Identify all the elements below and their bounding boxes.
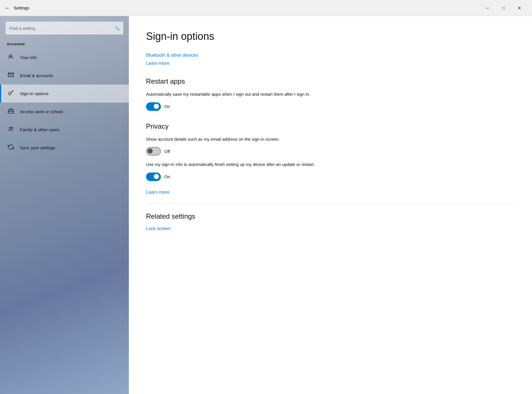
app-title: Settings [14,5,29,10]
page-title: Sign-in options [146,30,515,42]
restart-apps-description: Automatically save my restartable apps w… [146,91,364,98]
sidebar-item-label: Access work or school [20,109,63,114]
close-button[interactable]: ✕ [511,0,527,16]
svg-point-0 [10,55,12,57]
sidebar-item-label: Your info [20,55,37,60]
sidebar-section-label: Accounts [0,37,129,48]
sidebar-nav: Your info Email & accounts Sign-in [0,48,129,157]
search-input[interactable] [9,26,115,31]
privacy-toggle1-thumb [147,148,153,154]
sidebar-item-label: Sign-in options [20,91,48,96]
related-settings-section: Related settings Lock screen [146,212,515,234]
sidebar-item-sign-in-options[interactable]: Sign-in options [0,85,129,103]
restart-apps-toggle-thumb [154,104,159,109]
privacy-toggle1-label: Off [164,149,170,154]
privacy-toggle2-label: On [164,174,170,179]
sidebar-item-your-info[interactable]: Your info [0,48,129,66]
search-icon: 🔍 [115,26,119,30]
sidebar-item-sync-settings[interactable]: Sync your settings [0,139,129,157]
section-divider [146,203,515,204]
content-area: Sign-in options Bluetooth & other device… [129,16,532,394]
title-bar: ← Settings ─ □ ✕ [0,0,532,16]
window-controls: ─ □ ✕ [479,0,527,16]
svg-point-4 [9,92,11,95]
related-settings-title: Related settings [146,212,515,220]
restart-apps-toggle[interactable] [146,102,161,111]
sidebar-item-label: Email & accounts [20,73,53,78]
restart-apps-toggle-track [146,102,161,111]
search-area: 🔍 [0,16,129,37]
restart-apps-title: Restart apps [146,77,515,85]
privacy-toggle2[interactable] [146,173,161,181]
restart-apps-section: Restart apps Automatically save my resta… [146,77,515,111]
back-button[interactable]: ← [5,5,10,11]
svg-point-7 [9,127,11,129]
learn-more-link-privacy[interactable]: Learn more [146,190,170,195]
restart-apps-toggle-row: On [146,102,515,111]
sidebar-item-label: Sync your settings [20,145,55,150]
privacy-toggle1-track [146,147,161,156]
sidebar-item-email-accounts[interactable]: Email & accounts [0,66,129,85]
key-icon [7,90,15,97]
learn-more-link-1[interactable]: Learn more [146,61,170,66]
privacy-item2-desc: Use my sign-in info to automatically fin… [146,161,364,168]
restart-apps-toggle-label: On [164,104,170,109]
email-icon [7,72,15,79]
briefcase-icon [7,108,15,115]
sidebar-item-family-users[interactable]: Family & other users [0,121,129,139]
privacy-section: Privacy Show account details such as my … [146,122,515,195]
sync-icon [7,144,15,152]
maximize-button[interactable]: □ [495,0,511,16]
privacy-toggle1-row: Off [146,147,515,156]
app-body: 🔍 Accounts Your info [0,16,532,394]
svg-point-8 [11,127,13,129]
privacy-toggle2-row: On [146,173,515,181]
privacy-item1-desc: Show account details such as my email ad… [146,136,364,143]
lock-screen-link[interactable]: Lock screen [146,226,171,231]
privacy-toggle1[interactable] [146,147,161,156]
privacy-toggle2-track [146,173,161,181]
family-icon [7,126,15,134]
sidebar-item-access-work[interactable]: Access work or school [0,103,129,121]
search-box[interactable]: 🔍 [6,22,123,34]
privacy-toggle2-thumb [154,174,159,179]
minimize-button[interactable]: ─ [479,0,495,16]
privacy-title: Privacy [146,122,515,130]
person-icon [7,54,15,61]
sidebar: 🔍 Accounts Your info [0,16,129,394]
bluetooth-link[interactable]: Bluetooth & other devices [146,53,198,58]
sidebar-item-label: Family & other users [20,127,60,132]
